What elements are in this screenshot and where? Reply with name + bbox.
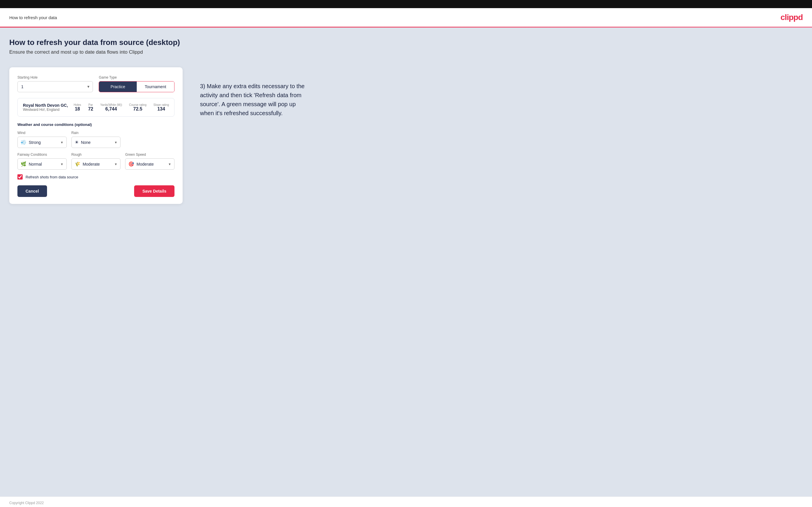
instruction-text: 3) Make any extra edits necessary to the…	[200, 64, 310, 118]
rough-icon: 🌾	[74, 161, 81, 167]
page-subheading: Ensure the correct and most up to date d…	[9, 49, 803, 55]
course-stats: Holes 18 Par 72 Yards(White (M)) 6,744	[74, 103, 169, 112]
header: How to refresh your data clippd	[0, 8, 812, 27]
green-speed-label: Green Speed	[125, 153, 174, 157]
rain-label: Rain	[71, 131, 121, 135]
course-name: Royal North Devon GC,	[23, 103, 68, 108]
holes-label: Holes	[74, 103, 81, 106]
slope-rating-stat: Slope rating 134	[154, 103, 169, 112]
rough-field: Rough 🌾 Moderate ▼	[71, 153, 121, 170]
rough-value: Moderate	[83, 162, 114, 167]
main-content: How to refresh your data from source (de…	[0, 27, 812, 497]
course-rating-value: 72.5	[133, 106, 142, 112]
course-name-block: Royal North Devon GC, Westward Ho!, Engl…	[23, 103, 68, 112]
rain-value: None	[81, 140, 114, 145]
header-title: How to refresh your data	[9, 15, 57, 20]
starting-hole-group: Starting Hole 1 2 10 ▼	[17, 75, 93, 92]
fairway-label: Fairway Conditions	[17, 153, 67, 157]
cancel-button[interactable]: Cancel	[17, 185, 47, 197]
wind-select[interactable]: 💨 Strong ▼	[17, 136, 67, 148]
fairway-icon: 🌿	[20, 161, 27, 167]
tournament-button[interactable]: Tournament	[137, 81, 174, 92]
copyright: Copyright Clippd 2022	[9, 501, 44, 505]
par-stat: Par 72	[88, 103, 93, 112]
logo: clippd	[781, 13, 803, 22]
game-type-group: Game Type Practice Tournament	[99, 75, 174, 92]
wind-chevron-icon: ▼	[60, 141, 63, 144]
green-speed-chevron-icon: ▼	[168, 162, 171, 166]
button-row: Cancel Save Details	[17, 185, 174, 197]
rain-select[interactable]: ☀ None ▼	[71, 136, 121, 148]
fairway-value: Normal	[29, 162, 60, 167]
rain-field: Rain ☀ None ▼	[71, 131, 121, 148]
card-wrapper: Starting Hole 1 2 10 ▼ Game Type	[9, 67, 183, 204]
top-bar	[0, 0, 812, 8]
rough-select[interactable]: 🌾 Moderate ▼	[71, 158, 121, 170]
wind-icon: 💨	[20, 139, 27, 145]
rain-icon: ☀	[74, 139, 79, 145]
game-type-label: Game Type	[99, 75, 174, 79]
slope-rating-value: 134	[157, 106, 165, 112]
course-location: Westward Ho!, England	[23, 108, 68, 112]
green-speed-select[interactable]: 🎯 Moderate ▼	[125, 158, 174, 170]
fairway-chevron-icon: ▼	[60, 162, 63, 166]
course-rating-label: Course rating	[129, 103, 147, 106]
fairway-field: Fairway Conditions 🌿 Normal ▼	[17, 153, 67, 170]
rough-chevron-icon: ▼	[114, 162, 117, 166]
green-speed-field: Green Speed 🎯 Moderate ▼	[125, 153, 174, 170]
holes-value: 18	[75, 106, 80, 112]
wind-label: Wind	[17, 131, 67, 135]
par-value: 72	[88, 106, 93, 112]
refresh-checkbox-row: Refresh shots from data source	[17, 174, 174, 179]
holes-stat: Holes 18	[74, 103, 81, 112]
green-speed-value: Moderate	[137, 162, 168, 167]
wind-field: Wind 💨 Strong ▼	[17, 131, 67, 148]
rough-label: Rough	[71, 153, 121, 157]
wind-rain-row: Wind 💨 Strong ▼ Rain ☀ None ▼	[17, 131, 174, 148]
yards-stat: Yards(White (M)) 6,744	[100, 103, 122, 112]
refresh-checkbox-label: Refresh shots from data source	[26, 175, 78, 179]
game-type-toggle: Practice Tournament	[99, 81, 174, 92]
par-label: Par	[88, 103, 93, 106]
content-row: Starting Hole 1 2 10 ▼ Game Type	[9, 64, 803, 204]
rain-chevron-icon: ▼	[114, 141, 117, 144]
practice-button[interactable]: Practice	[99, 81, 137, 92]
wind-value: Strong	[29, 140, 60, 145]
course-rating-stat: Course rating 72.5	[129, 103, 147, 112]
yards-value: 6,744	[105, 106, 117, 112]
conditions-section-label: Weather and course conditions (optional)	[17, 122, 174, 127]
starting-hole-select-wrapper: 1 2 10 ▼	[17, 81, 93, 92]
footer: Copyright Clippd 2022	[0, 497, 812, 507]
yards-label: Yards(White (M))	[100, 103, 122, 106]
page-heading: How to refresh your data from source (de…	[9, 38, 803, 47]
fairway-select[interactable]: 🌿 Normal ▼	[17, 158, 67, 170]
course-info: Royal North Devon GC, Westward Ho!, Engl…	[17, 98, 174, 117]
fairway-rough-green-row: Fairway Conditions 🌿 Normal ▼ Rough 🌾 Mo…	[17, 153, 174, 170]
green-speed-icon: 🎯	[128, 161, 134, 167]
form-card: Starting Hole 1 2 10 ▼ Game Type	[9, 67, 183, 204]
save-button[interactable]: Save Details	[134, 185, 174, 197]
slope-rating-label: Slope rating	[154, 103, 169, 106]
form-row-top: Starting Hole 1 2 10 ▼ Game Type	[17, 75, 174, 92]
starting-hole-select[interactable]: 1 2 10	[17, 81, 93, 92]
starting-hole-label: Starting Hole	[17, 75, 93, 79]
refresh-checkbox[interactable]	[17, 174, 22, 179]
